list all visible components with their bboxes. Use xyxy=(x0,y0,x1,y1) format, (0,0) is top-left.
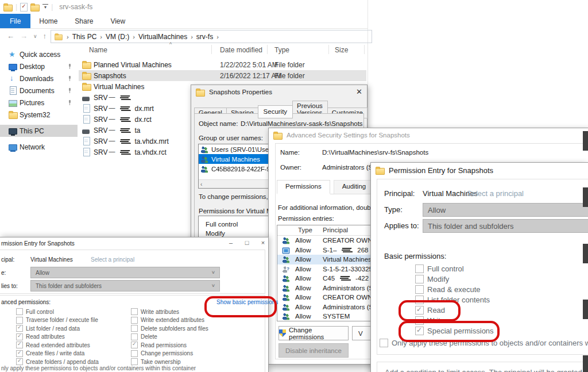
column-header-name[interactable]: Name xyxy=(89,46,107,54)
file-name-text: SRV xyxy=(94,148,107,156)
sidebar-item[interactable]: Quick access xyxy=(0,48,78,60)
checkbox[interactable] xyxy=(380,339,388,347)
checkbox[interactable] xyxy=(131,342,138,348)
checkbox[interactable] xyxy=(131,350,138,357)
checkbox[interactable] xyxy=(415,264,424,273)
checkbox[interactable] xyxy=(131,325,138,332)
basic-permission-row[interactable]: Modify xyxy=(415,274,494,284)
checkbox[interactable] xyxy=(415,285,424,294)
advanced-tab[interactable]: Permissions xyxy=(277,180,330,194)
advanced-permission-row[interactable]: Write attributes xyxy=(131,308,208,316)
select-principal-link[interactable]: Select a principal xyxy=(467,189,524,198)
entry-principal: Virtual Machines xyxy=(323,256,372,263)
column-header-date[interactable]: Date modified xyxy=(220,46,262,54)
type-dropdown[interactable]: Allow xyxy=(423,203,588,217)
applies-to-dropdown[interactable]: This folder and subfolders xyxy=(423,219,588,233)
breadcrumb-item[interactable]: VM (D:) xyxy=(106,33,129,41)
principal-column-header[interactable]: Principal xyxy=(323,227,348,233)
checkbox[interactable] xyxy=(16,333,23,340)
annotation-oval-read xyxy=(399,300,461,321)
breadcrumb-item[interactable]: VirtualMachines xyxy=(138,33,187,41)
column-divider[interactable] xyxy=(364,45,365,54)
type-dropdown[interactable]: Allow xyxy=(30,267,220,278)
minimize-icon[interactable]: – xyxy=(227,239,235,246)
sidebar-item[interactable]: Pictures xyxy=(0,97,78,109)
checkbox[interactable] xyxy=(16,350,23,357)
ribbon-tab[interactable]: Share xyxy=(66,14,102,28)
advanced-permission-row[interactable]: Delete xyxy=(131,333,208,342)
breadcrumb-item[interactable]: This PC xyxy=(72,33,97,41)
checkbox[interactable] xyxy=(415,275,424,283)
ribbon-tab[interactable]: View xyxy=(102,14,134,28)
permission-label: Write attributes xyxy=(141,309,179,315)
ribbon-tab[interactable]: File xyxy=(0,14,30,28)
properties-quick-icon[interactable] xyxy=(20,3,28,11)
properties-tab[interactable]: Security xyxy=(258,105,293,118)
back-icon[interactable]: ← xyxy=(7,32,14,40)
checkbox[interactable] xyxy=(131,308,138,315)
advanced-permission-row[interactable]: List folder / read data xyxy=(16,324,99,333)
sidebar-item[interactable]: This PC xyxy=(0,125,78,137)
new-folder-quick-icon[interactable] xyxy=(30,5,40,11)
entry-titlebar: Permission Entry for Snapshots xyxy=(371,163,588,178)
advanced-permission-row[interactable]: Write extended attributes xyxy=(131,316,208,325)
checkbox[interactable] xyxy=(16,358,23,365)
column-divider[interactable] xyxy=(328,45,329,54)
column-divider[interactable] xyxy=(267,45,268,54)
forward-icon[interactable]: → xyxy=(20,32,28,40)
navigation-pane: Quick access Desktop Downloads Documents… xyxy=(0,48,78,153)
column-header-size[interactable]: Size xyxy=(335,46,348,54)
advanced-permission-row[interactable]: Full control xyxy=(16,308,99,316)
change-permissions-button[interactable]: Change permissions xyxy=(278,326,349,340)
select-principal-link[interactable]: Select a principal xyxy=(91,256,134,263)
basic-permission-row[interactable]: Read & execute xyxy=(415,284,494,294)
checkbox[interactable] xyxy=(16,325,23,332)
advanced-permission-row[interactable]: Read attributes xyxy=(16,333,99,342)
group-name: Users (SRV-01\Users) xyxy=(211,146,277,153)
sidebar-item[interactable]: System32 xyxy=(0,109,78,121)
quick-access-toolbar-dropdown-icon[interactable]: ▾ xyxy=(42,4,48,10)
scroll-left-icon[interactable]: ‹ xyxy=(200,181,202,187)
breadcrumb-item[interactable]: srv-fs xyxy=(196,33,213,41)
file-name-text: SRV xyxy=(94,116,107,124)
sidebar-item[interactable]: Documents xyxy=(0,85,78,97)
up-icon[interactable]: ↑ xyxy=(43,32,47,40)
address-bar[interactable]: This PCVM (D:)VirtualMachinessrv-fs xyxy=(51,30,372,43)
checkbox[interactable] xyxy=(16,308,23,315)
checkbox[interactable] xyxy=(16,317,23,324)
column-header-type[interactable]: Type xyxy=(274,46,289,54)
type-label: e: xyxy=(1,270,6,276)
disable-inheritance-button[interactable]: Disable inheritance xyxy=(278,343,349,358)
column-divider[interactable] xyxy=(211,45,212,54)
sidebar-item[interactable]: Network xyxy=(0,141,78,153)
recent-locations-icon[interactable]: ∨ xyxy=(33,33,37,39)
advanced-permission-row[interactable]: Create files / write data xyxy=(16,350,99,358)
file-name: SRVdx.mrt xyxy=(94,105,154,113)
checkbox[interactable] xyxy=(131,317,138,324)
close-icon[interactable]: ✕ xyxy=(356,87,362,96)
checkbox[interactable] xyxy=(131,333,138,340)
permission-label: Create files / write data xyxy=(26,350,84,356)
file-type: File folder xyxy=(274,72,305,80)
entry-type: Allow xyxy=(295,256,311,263)
properties-tab-label: Security xyxy=(264,108,288,115)
advanced-permission-row[interactable]: Read permissions xyxy=(131,341,208,350)
checkbox[interactable] xyxy=(16,342,23,348)
applies-to-dropdown[interactable]: This folder and subfolders xyxy=(30,280,220,292)
file-row[interactable]: Planned Virtual Machines 1/22/2022 5:01 … xyxy=(79,59,366,70)
ribbon-tab[interactable]: Home xyxy=(30,14,66,28)
checkbox[interactable] xyxy=(131,358,138,365)
advanced-permission-row[interactable]: Traverse folder / execute file xyxy=(16,316,99,325)
sidebar-item[interactable]: Desktop xyxy=(0,60,78,72)
maximize-icon[interactable]: □ xyxy=(243,239,251,246)
close-icon[interactable]: × xyxy=(259,239,267,246)
basic-permission-row[interactable]: Full control xyxy=(415,263,494,274)
file-type-icon xyxy=(83,104,90,113)
file-row[interactable]: Snapshots 2/16/2022 12:17 AM File folder xyxy=(79,70,366,81)
type-column-header[interactable]: Type xyxy=(298,227,312,233)
advanced-permission-row[interactable]: Delete subfolders and files xyxy=(131,324,208,333)
advanced-permission-row[interactable]: Read extended attributes xyxy=(16,341,99,350)
sidebar-item[interactable]: Downloads xyxy=(0,72,78,85)
advanced-permission-row[interactable]: Change permissions xyxy=(131,350,208,358)
advanced-tab[interactable]: Auditing xyxy=(334,180,375,194)
